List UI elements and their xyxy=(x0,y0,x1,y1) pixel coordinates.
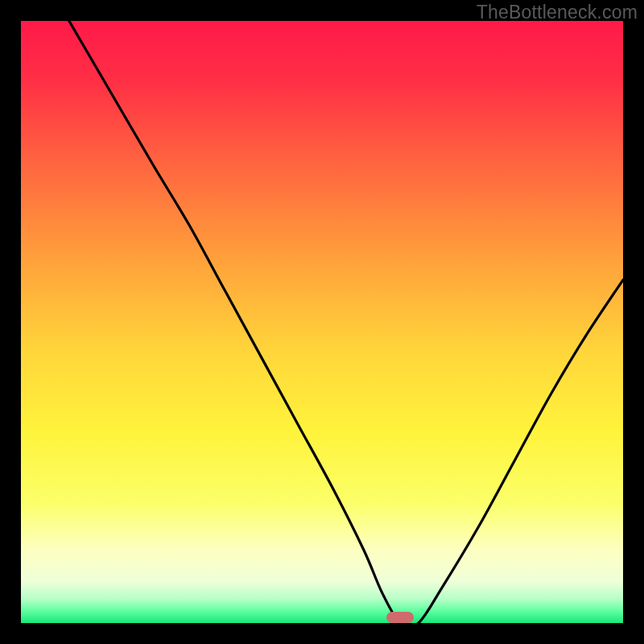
gradient-background xyxy=(21,21,623,623)
watermark-text: TheBottleneck.com xyxy=(477,2,638,23)
plot-area xyxy=(21,21,623,623)
optimal-marker xyxy=(386,612,414,623)
chart-frame: TheBottleneck.com xyxy=(0,0,644,644)
chart-svg xyxy=(21,21,623,623)
